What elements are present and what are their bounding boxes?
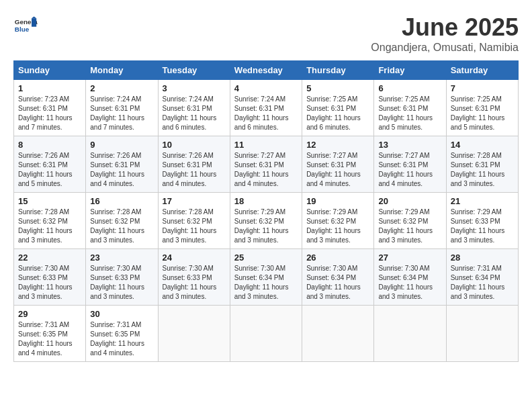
day-number: 27 — [378, 253, 441, 263]
day-header-monday: Monday — [86, 61, 158, 80]
calendar-cell: 25Sunrise: 7:30 AMSunset: 6:34 PMDayligh… — [230, 249, 302, 306]
calendar-cell: 15Sunrise: 7:28 AMSunset: 6:32 PMDayligh… — [14, 193, 86, 249]
day-number: 16 — [90, 196, 153, 206]
calendar-cell — [302, 306, 374, 362]
day-number: 8 — [18, 140, 81, 150]
calendar-body: 1Sunrise: 7:23 AMSunset: 6:31 PMDaylight… — [14, 80, 519, 362]
day-detail: Sunrise: 7:30 AMSunset: 6:33 PMDaylight:… — [163, 264, 226, 302]
calendar-cell: 26Sunrise: 7:30 AMSunset: 6:34 PMDayligh… — [302, 249, 374, 306]
day-detail: Sunrise: 7:24 AMSunset: 6:31 PMDaylight:… — [163, 95, 226, 132]
day-detail: Sunrise: 7:29 AMSunset: 6:32 PMDaylight:… — [306, 208, 369, 245]
day-detail: Sunrise: 7:23 AMSunset: 6:31 PMDaylight:… — [18, 95, 81, 132]
day-detail: Sunrise: 7:27 AMSunset: 6:31 PMDaylight:… — [306, 151, 369, 189]
day-number: 5 — [306, 83, 369, 93]
day-number: 23 — [90, 253, 153, 263]
calendar-cell: 21Sunrise: 7:29 AMSunset: 6:33 PMDayligh… — [446, 193, 518, 249]
day-number: 19 — [306, 196, 369, 206]
day-detail: Sunrise: 7:29 AMSunset: 6:32 PMDaylight:… — [234, 208, 298, 245]
week-row-2: 8Sunrise: 7:26 AMSunset: 6:31 PMDaylight… — [14, 136, 519, 193]
day-detail: Sunrise: 7:24 AMSunset: 6:31 PMDaylight:… — [234, 95, 298, 132]
day-detail: Sunrise: 7:25 AMSunset: 6:31 PMDaylight:… — [378, 95, 441, 132]
day-number: 28 — [451, 253, 514, 263]
day-detail: Sunrise: 7:31 AMSunset: 6:34 PMDaylight:… — [451, 264, 514, 302]
calendar-cell: 11Sunrise: 7:27 AMSunset: 6:31 PMDayligh… — [230, 136, 302, 193]
calendar-cell: 23Sunrise: 7:30 AMSunset: 6:33 PMDayligh… — [86, 249, 158, 306]
day-detail: Sunrise: 7:31 AMSunset: 6:35 PMDaylight:… — [18, 320, 81, 358]
calendar-cell: 16Sunrise: 7:28 AMSunset: 6:32 PMDayligh… — [86, 193, 158, 249]
day-number: 12 — [306, 140, 369, 150]
day-detail: Sunrise: 7:30 AMSunset: 6:33 PMDaylight:… — [90, 264, 153, 302]
calendar-cell: 17Sunrise: 7:28 AMSunset: 6:32 PMDayligh… — [158, 193, 230, 249]
calendar-cell: 2Sunrise: 7:24 AMSunset: 6:31 PMDaylight… — [86, 80, 158, 136]
day-detail: Sunrise: 7:25 AMSunset: 6:31 PMDaylight:… — [306, 95, 369, 132]
day-detail: Sunrise: 7:26 AMSunset: 6:31 PMDaylight:… — [18, 151, 81, 189]
day-number: 3 — [163, 83, 226, 93]
calendar-cell: 6Sunrise: 7:25 AMSunset: 6:31 PMDaylight… — [374, 80, 446, 136]
calendar-cell: 27Sunrise: 7:30 AMSunset: 6:34 PMDayligh… — [374, 249, 446, 306]
calendar-cell: 30Sunrise: 7:31 AMSunset: 6:35 PMDayligh… — [86, 306, 158, 362]
day-number: 7 — [451, 83, 514, 93]
day-number: 6 — [378, 83, 441, 93]
day-detail: Sunrise: 7:30 AMSunset: 6:33 PMDaylight:… — [18, 264, 81, 302]
day-detail: Sunrise: 7:31 AMSunset: 6:35 PMDaylight:… — [90, 320, 153, 358]
calendar-cell: 28Sunrise: 7:31 AMSunset: 6:34 PMDayligh… — [446, 249, 518, 306]
day-detail: Sunrise: 7:29 AMSunset: 6:33 PMDaylight:… — [451, 208, 514, 245]
day-detail: Sunrise: 7:29 AMSunset: 6:32 PMDaylight:… — [378, 208, 441, 245]
day-number: 15 — [18, 196, 81, 206]
day-detail: Sunrise: 7:30 AMSunset: 6:34 PMDaylight:… — [306, 264, 369, 302]
week-row-4: 22Sunrise: 7:30 AMSunset: 6:33 PMDayligh… — [14, 249, 519, 306]
week-row-3: 15Sunrise: 7:28 AMSunset: 6:32 PMDayligh… — [14, 193, 519, 249]
svg-marker-3 — [32, 17, 36, 19]
day-header-saturday: Saturday — [446, 61, 518, 80]
calendar-cell: 4Sunrise: 7:24 AMSunset: 6:31 PMDaylight… — [230, 80, 302, 136]
day-number: 18 — [234, 196, 298, 206]
calendar-subtitle: Ongandjera, Omusati, Namibia — [371, 42, 519, 54]
calendar-title: June 2025 — [371, 13, 519, 42]
week-row-5: 29Sunrise: 7:31 AMSunset: 6:35 PMDayligh… — [14, 306, 519, 362]
day-number: 14 — [451, 140, 514, 150]
page-header: General Blue June 2025 Ongandjera, Omusa… — [13, 13, 519, 54]
logo: General Blue — [13, 13, 38, 38]
day-detail: Sunrise: 7:27 AMSunset: 6:31 PMDaylight:… — [378, 151, 441, 189]
day-detail: Sunrise: 7:28 AMSunset: 6:31 PMDaylight:… — [451, 151, 514, 189]
day-number: 17 — [163, 196, 226, 206]
day-number: 24 — [163, 253, 226, 263]
day-detail: Sunrise: 7:24 AMSunset: 6:31 PMDaylight:… — [90, 95, 153, 132]
day-number: 10 — [163, 140, 226, 150]
calendar-cell — [158, 306, 230, 362]
calendar-cell: 3Sunrise: 7:24 AMSunset: 6:31 PMDaylight… — [158, 80, 230, 136]
day-number: 22 — [18, 253, 81, 263]
svg-marker-2 — [32, 18, 36, 27]
calendar-cell: 19Sunrise: 7:29 AMSunset: 6:32 PMDayligh… — [302, 193, 374, 249]
day-header-sunday: Sunday — [14, 61, 86, 80]
day-number: 26 — [306, 253, 369, 263]
calendar-cell: 9Sunrise: 7:26 AMSunset: 6:31 PMDaylight… — [86, 136, 158, 193]
calendar-cell — [446, 306, 518, 362]
day-detail: Sunrise: 7:30 AMSunset: 6:34 PMDaylight:… — [234, 264, 298, 302]
day-number: 29 — [18, 309, 81, 319]
calendar-cell: 18Sunrise: 7:29 AMSunset: 6:32 PMDayligh… — [230, 193, 302, 249]
calendar-cell: 13Sunrise: 7:27 AMSunset: 6:31 PMDayligh… — [374, 136, 446, 193]
week-row-1: 1Sunrise: 7:23 AMSunset: 6:31 PMDaylight… — [14, 80, 519, 136]
calendar-cell: 20Sunrise: 7:29 AMSunset: 6:32 PMDayligh… — [374, 193, 446, 249]
calendar-cell — [374, 306, 446, 362]
day-detail: Sunrise: 7:30 AMSunset: 6:34 PMDaylight:… — [378, 264, 441, 302]
calendar-cell: 5Sunrise: 7:25 AMSunset: 6:31 PMDaylight… — [302, 80, 374, 136]
logo-icon: General Blue — [13, 13, 38, 38]
calendar-cell: 22Sunrise: 7:30 AMSunset: 6:33 PMDayligh… — [14, 249, 86, 306]
day-header-thursday: Thursday — [302, 61, 374, 80]
day-number: 13 — [378, 140, 441, 150]
day-detail: Sunrise: 7:28 AMSunset: 6:32 PMDaylight:… — [90, 208, 153, 245]
calendar-cell — [230, 306, 302, 362]
day-detail: Sunrise: 7:28 AMSunset: 6:32 PMDaylight:… — [18, 208, 81, 245]
day-header-friday: Friday — [374, 61, 446, 80]
calendar-cell: 10Sunrise: 7:26 AMSunset: 6:31 PMDayligh… — [158, 136, 230, 193]
day-number: 20 — [378, 196, 441, 206]
day-detail: Sunrise: 7:26 AMSunset: 6:31 PMDaylight:… — [90, 151, 153, 189]
day-number: 30 — [90, 309, 153, 319]
day-number: 1 — [18, 83, 81, 93]
calendar-cell: 1Sunrise: 7:23 AMSunset: 6:31 PMDaylight… — [14, 80, 86, 136]
calendar-cell: 29Sunrise: 7:31 AMSunset: 6:35 PMDayligh… — [14, 306, 86, 362]
day-number: 9 — [90, 140, 153, 150]
calendar-cell: 24Sunrise: 7:30 AMSunset: 6:33 PMDayligh… — [158, 249, 230, 306]
